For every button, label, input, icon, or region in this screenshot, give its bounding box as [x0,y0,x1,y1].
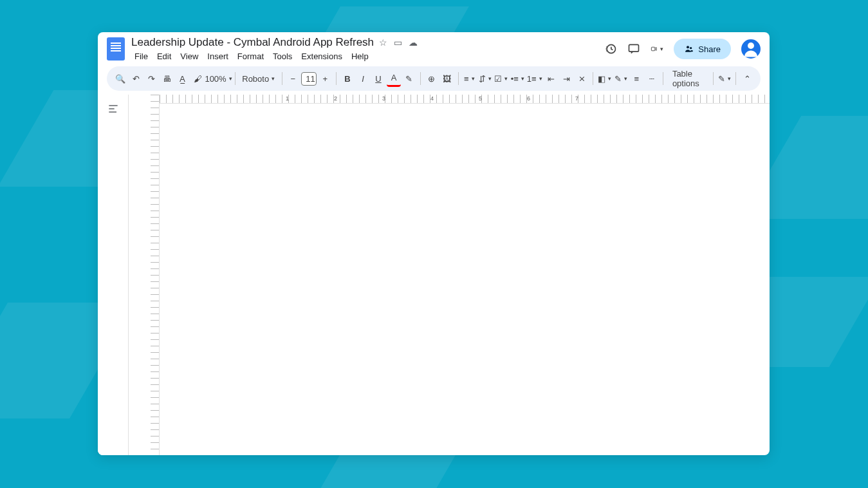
editing-mode-icon[interactable]: ✎ [717,71,732,86]
bold-icon[interactable]: B [340,71,355,86]
zoom-select[interactable]: 100% [206,74,231,84]
svg-rect-2 [652,47,656,51]
collapse-toolbar-icon[interactable]: ⌃ [740,71,754,86]
app-window: Leadership Update - Cymbal Android App R… [98,32,770,455]
cell-fill-icon[interactable]: ◧ [597,71,612,86]
horizontal-ruler: 1234567 [160,95,770,104]
ruler-number: 1 [286,95,289,102]
docs-logo-icon[interactable] [107,37,125,61]
topbar: Leadership Update - Cymbal Android App R… [98,32,770,62]
meet-icon[interactable] [651,42,663,55]
star-icon[interactable]: ☆ [379,37,387,48]
ruler-number: 4 [430,95,434,102]
menu-tools[interactable]: Tools [270,50,295,62]
font-size-input[interactable]: 11 [301,72,317,86]
cloud-saved-icon[interactable]: ☁ [409,37,418,48]
bulleted-list-icon[interactable]: •≡ [510,71,526,86]
ruler-number: 5 [479,95,482,102]
decrease-font-icon[interactable]: − [286,71,300,86]
toolbar: 🔍 ↶ ↷ 🖶 A̲ 🖌 100% Roboto − 11 + B I U A … [107,66,761,91]
print-icon[interactable]: 🖶 [160,71,174,86]
redo-icon[interactable]: ↷ [144,71,158,86]
menu-help[interactable]: Help [348,50,372,62]
paint-format-icon[interactable]: 🖌 [190,71,205,86]
menu-edit[interactable]: Edit [154,50,174,62]
insert-link-icon[interactable]: ⊕ [425,71,439,86]
table-options-button[interactable]: Table options [667,69,709,88]
spellcheck-icon[interactable]: A̲ [175,71,189,86]
menu-view[interactable]: View [177,50,201,62]
text-color-icon[interactable]: A [387,70,401,87]
ruler-number: 7 [575,95,578,102]
comment-icon[interactable] [627,42,640,55]
increase-font-icon[interactable]: + [318,71,332,86]
ruler-number: 2 [334,95,337,102]
border-width-icon[interactable]: ≡ [629,71,643,86]
outline-toggle-icon[interactable] [107,102,120,115]
italic-icon[interactable]: I [356,71,370,86]
border-dash-icon[interactable]: ┄ [645,71,659,86]
account-avatar[interactable] [741,39,761,59]
menu-format[interactable]: Format [234,50,267,62]
ruler-number: 3 [382,95,385,102]
border-color-icon[interactable]: ✎ [613,71,628,86]
menu-extensions[interactable]: Extensions [298,50,346,62]
share-label: Share [698,44,721,54]
share-button[interactable]: Share [674,39,731,59]
checklist-icon[interactable]: ☑ [494,71,508,86]
clear-formatting-icon[interactable]: ⨯ [575,71,589,86]
line-spacing-icon[interactable]: ⇵ [477,71,492,86]
svg-rect-1 [629,44,639,52]
highlight-icon[interactable]: ✎ [402,71,416,86]
menubar: FileEditViewInsertFormatToolsExtensionsH… [131,50,604,62]
ruler-number: 6 [527,95,530,102]
font-select[interactable]: Roboto [239,74,278,84]
svg-point-5 [748,42,754,49]
decrease-indent-icon[interactable]: ⇤ [544,71,558,86]
move-icon[interactable]: ▭ [394,37,402,48]
increase-indent-icon[interactable]: ⇥ [559,71,573,86]
numbered-list-icon[interactable]: 1≡ [526,71,542,86]
insert-image-icon[interactable]: 🖼 [440,71,454,86]
vertical-ruler [151,95,160,455]
undo-icon[interactable]: ↶ [129,71,143,86]
svg-point-3 [687,46,689,48]
search-menus-icon[interactable]: 🔍 [113,71,127,86]
history-icon[interactable] [604,42,617,55]
doc-title[interactable]: Leadership Update - Cymbal Android App R… [131,36,374,49]
menu-insert[interactable]: Insert [204,50,232,62]
underline-icon[interactable]: U [371,71,385,86]
menu-file[interactable]: File [131,50,151,62]
align-icon[interactable]: ≡ [462,71,476,86]
svg-point-4 [690,47,692,49]
